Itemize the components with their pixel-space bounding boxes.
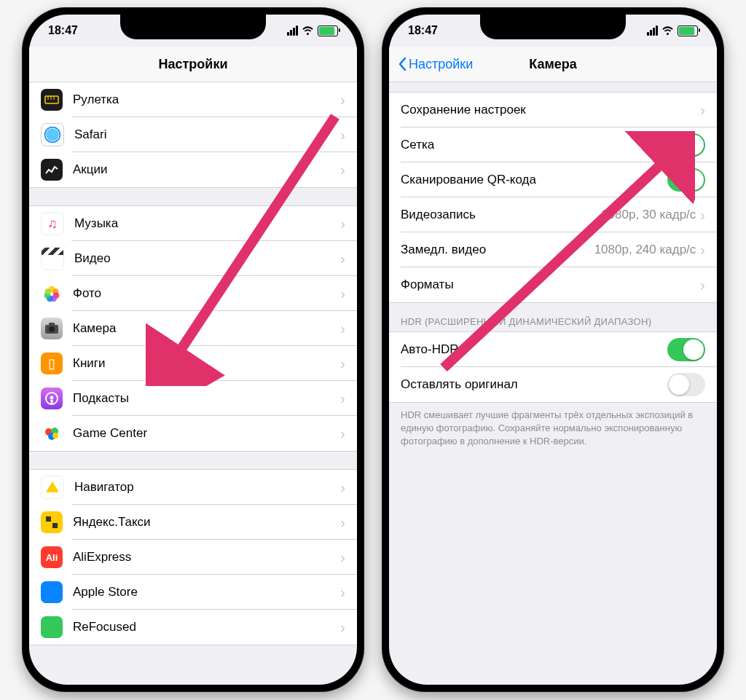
apple-store-icon bbox=[41, 581, 63, 603]
cellular-icon bbox=[647, 25, 658, 36]
settings-row-safari[interactable]: Safari› bbox=[29, 117, 357, 152]
stocks-icon bbox=[41, 159, 63, 181]
row-qr-scan[interactable]: Сканирование QR-кода bbox=[389, 162, 717, 197]
back-label: Настройки bbox=[409, 57, 473, 72]
settings-row-podcasts[interactable]: Подкасты› bbox=[29, 381, 357, 416]
cellular-icon bbox=[287, 25, 298, 36]
settings-row-books[interactable]: ▯Книги› bbox=[29, 346, 357, 381]
row-label: Game Center bbox=[73, 426, 340, 441]
row-formats[interactable]: Форматы › bbox=[389, 267, 717, 302]
chevron-right-icon: › bbox=[340, 515, 345, 530]
svg-point-22 bbox=[52, 433, 58, 439]
chevron-right-icon: › bbox=[340, 127, 345, 142]
settings-row-video[interactable]: Видео› bbox=[29, 241, 357, 276]
row-label: Камера bbox=[73, 321, 340, 336]
chevron-right-icon: › bbox=[700, 243, 705, 257]
battery-icon bbox=[678, 25, 698, 36]
toggle-auto-hdr[interactable] bbox=[667, 338, 705, 361]
books-icon: ▯ bbox=[41, 353, 63, 374]
chevron-right-icon: › bbox=[340, 550, 345, 565]
chevron-right-icon: › bbox=[340, 93, 345, 107]
podcasts-icon bbox=[41, 388, 63, 409]
safari-icon bbox=[41, 123, 64, 146]
svg-rect-24 bbox=[52, 523, 58, 528]
settings-row-yandex-taxi[interactable]: Яндекс.Такси› bbox=[29, 505, 357, 540]
chevron-right-icon: › bbox=[340, 321, 345, 336]
navigator-icon bbox=[41, 476, 64, 499]
navbar-camera: Настройки Камера bbox=[389, 47, 717, 82]
row-label: Safari bbox=[74, 127, 340, 142]
svg-point-13 bbox=[44, 288, 51, 295]
chevron-right-icon: › bbox=[700, 208, 705, 222]
chevron-right-icon: › bbox=[340, 620, 345, 634]
chevron-right-icon: › bbox=[340, 251, 345, 266]
settings-row-stocks[interactable]: Акции› bbox=[29, 152, 357, 187]
wifi-icon bbox=[302, 26, 314, 36]
chevron-right-icon: › bbox=[340, 356, 345, 371]
video-icon bbox=[41, 247, 64, 270]
back-button[interactable]: Настройки bbox=[398, 57, 473, 72]
row-label: Книги bbox=[73, 356, 340, 371]
row-label: Рулетка bbox=[73, 93, 340, 107]
row-label: Акции bbox=[73, 162, 340, 177]
yandex-taxi-icon bbox=[41, 511, 63, 533]
refocused-icon bbox=[41, 616, 63, 638]
svg-point-15 bbox=[49, 326, 55, 332]
row-label: ReFocused bbox=[73, 620, 340, 634]
row-label: Видео bbox=[74, 251, 340, 266]
svg-rect-0 bbox=[45, 96, 58, 103]
camera-icon bbox=[41, 318, 63, 339]
status-time: 18:47 bbox=[408, 24, 438, 37]
ruletka-icon bbox=[41, 89, 63, 111]
music-icon: ♫ bbox=[41, 212, 64, 235]
toggle-grid[interactable] bbox=[667, 133, 705, 157]
chevron-right-icon: › bbox=[700, 103, 705, 117]
chevron-right-icon: › bbox=[340, 162, 345, 177]
navbar-settings: Настройки bbox=[29, 47, 357, 82]
settings-row-music[interactable]: ♫Музыка› bbox=[29, 206, 357, 241]
svg-point-18 bbox=[50, 396, 54, 400]
chevron-right-icon: › bbox=[340, 480, 345, 495]
phone-camera: 18:47 Настройки Камера Сохранение настро… bbox=[382, 7, 724, 692]
settings-row-aliexpress[interactable]: AliAliExpress› bbox=[29, 540, 357, 575]
svg-rect-16 bbox=[49, 323, 55, 326]
settings-row-navigator[interactable]: Навигатор› bbox=[29, 470, 357, 505]
row-label: Яндекс.Такси bbox=[73, 515, 340, 530]
phone-settings: 18:47 Настройки Рулетка›Safari›Акции›♫Му… bbox=[22, 7, 364, 692]
toggle-keep-original[interactable] bbox=[667, 373, 705, 396]
row-label: Музыка bbox=[74, 216, 340, 231]
aliexpress-icon: Ali bbox=[41, 546, 63, 568]
hdr-footer-text: HDR смешивает лучшие фрагменты трёх отде… bbox=[389, 403, 717, 460]
row-video-record[interactable]: Видеозапись 1080p, 30 кадр/с › bbox=[389, 197, 717, 232]
row-preserve-settings[interactable]: Сохранение настроек › bbox=[389, 93, 717, 127]
row-label: Навигатор bbox=[74, 480, 340, 495]
chevron-right-icon: › bbox=[340, 426, 345, 441]
page-title: Камера bbox=[529, 57, 577, 72]
hdr-section-header: HDR (РАСШИРЕННЫЙ ДИНАМИЧЕСКИЙ ДИАПАЗОН) bbox=[389, 303, 717, 331]
settings-row-game-center[interactable]: Game Center› bbox=[29, 416, 357, 451]
row-slomo[interactable]: Замедл. видео 1080p, 240 кадр/с › bbox=[389, 232, 717, 267]
toggle-qr[interactable] bbox=[667, 168, 705, 192]
settings-row-camera[interactable]: Камера› bbox=[29, 311, 357, 346]
chevron-right-icon: › bbox=[700, 278, 705, 292]
chevron-right-icon: › bbox=[340, 286, 345, 301]
settings-row-ruletka[interactable]: Рулетка› bbox=[29, 82, 357, 117]
chevron-right-icon: › bbox=[340, 216, 345, 231]
row-label: Apple Store bbox=[73, 585, 340, 599]
settings-row-photos[interactable]: Фото› bbox=[29, 276, 357, 311]
svg-point-6 bbox=[46, 128, 58, 141]
notch bbox=[120, 15, 266, 39]
row-label: AliExpress bbox=[73, 550, 340, 565]
status-time: 18:47 bbox=[48, 24, 78, 37]
svg-rect-23 bbox=[46, 516, 51, 522]
row-auto-hdr[interactable]: Авто-HDR bbox=[389, 332, 717, 367]
notch bbox=[480, 15, 626, 39]
settings-row-refocused[interactable]: ReFocused› bbox=[29, 610, 357, 645]
page-title: Настройки bbox=[159, 57, 228, 72]
settings-row-apple-store[interactable]: Apple Store› bbox=[29, 575, 357, 610]
battery-icon bbox=[318, 25, 338, 36]
row-label: Фото bbox=[73, 286, 340, 301]
row-keep-original[interactable]: Оставлять оригинал bbox=[389, 367, 717, 402]
photos-icon bbox=[41, 283, 63, 304]
row-grid[interactable]: Сетка bbox=[389, 127, 717, 162]
